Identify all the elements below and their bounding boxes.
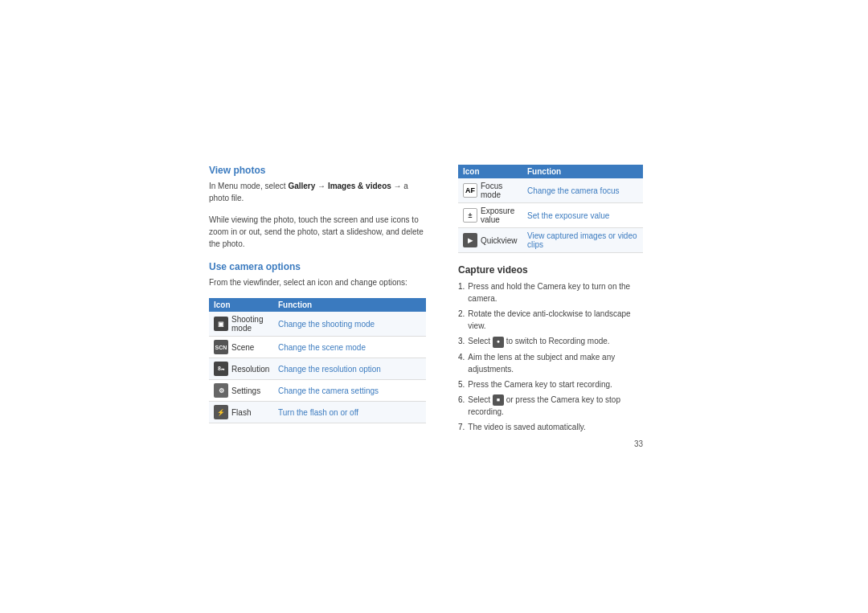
func-cell-flash: Turn the flash on or off: [273, 405, 426, 420]
icon-cell-af: AF Focus mode: [458, 178, 522, 202]
flash-label: Flash: [231, 408, 251, 417]
scene-label: Scene: [231, 343, 254, 352]
capture-videos-section: Capture videos Press and hold the Camera…: [458, 264, 643, 448]
use-camera-body: From the viewfinder, select an icon and …: [209, 276, 426, 288]
camera-options-table: Icon Function ▣ Shooting mode Change the…: [209, 298, 426, 423]
view-photos-section: View photos In Menu mode, select Gallery…: [209, 165, 426, 250]
resolution-icon: 8ₘ: [214, 362, 228, 376]
icon-cell-settings: ⚙ Settings: [209, 380, 273, 401]
list-item: Rotate the device anti-clockwise to land…: [458, 308, 643, 332]
af-label: Focus mode: [481, 182, 518, 199]
right-header-function-col: Function: [522, 165, 643, 178]
step-text: Select ● to switch to Recording mode.: [468, 335, 609, 347]
table-row: ⚡ Flash Turn the flash on or off: [209, 402, 426, 423]
icon-cell-flash: ⚡ Flash: [209, 402, 273, 423]
icon-cell-scene: SCN Scene: [209, 337, 273, 358]
page-content: View photos In Menu mode, select Gallery…: [209, 165, 659, 448]
settings-label: Settings: [231, 386, 260, 395]
capture-videos-title: Capture videos: [458, 264, 643, 276]
list-item: Select ■ or press the Camera key to stop…: [458, 394, 643, 418]
list-item: Press the Camera key to start recording.: [458, 378, 643, 390]
table-row: ▣ Shooting mode Change the shooting mode: [209, 312, 426, 337]
header-icon-col: Icon: [209, 298, 273, 312]
header-function-col: Function: [273, 298, 426, 312]
list-item: The video is saved automatically.: [458, 421, 643, 433]
step-text: Rotate the device anti-clockwise to land…: [468, 308, 643, 332]
table-row: SCN Scene Change the scene mode: [209, 337, 426, 358]
table-row: AF Focus mode Change the camera focus: [458, 178, 643, 203]
table-row: 8ₘ Resolution Change the resolution opti…: [209, 358, 426, 380]
recording-icon: ●: [493, 337, 504, 348]
scene-icon: SCN: [214, 340, 228, 354]
view-photos-body1: In Menu mode, select Gallery → Images & …: [209, 180, 426, 204]
step-text: Aim the lens at the subject and make any…: [468, 351, 643, 375]
func-cell-shooting: Change the shooting mode: [273, 317, 426, 332]
shooting-mode-icon: ▣: [214, 317, 228, 331]
view-photos-body2: While viewing the photo, touch the scree…: [209, 214, 426, 250]
table-row: ▶ Quickview View captured images or vide…: [458, 228, 643, 253]
shooting-mode-label: Shooting mode: [231, 315, 268, 333]
func-cell-settings: Change the camera settings: [273, 383, 426, 398]
table-row: ⚙ Settings Change the camera settings: [209, 380, 426, 402]
right-table-header: Icon Function: [458, 165, 643, 178]
view-photos-title: View photos: [209, 165, 426, 176]
af-icon: AF: [463, 183, 477, 198]
right-header-icon-col: Icon: [458, 165, 522, 178]
func-cell-quickview: View captured images or video clips: [522, 228, 643, 252]
list-item: Select ● to switch to Recording mode.: [458, 335, 643, 347]
icon-cell-exposure: ± Exposure value: [458, 203, 522, 227]
icon-cell-resolution: 8ₘ Resolution: [209, 358, 273, 379]
step-text: Select ■ or press the Camera key to stop…: [468, 394, 643, 418]
page-number: 33: [458, 439, 643, 448]
right-column: Icon Function AF Focus mode Change the c…: [458, 165, 643, 448]
func-cell-af: Change the camera focus: [522, 183, 643, 198]
list-item: Press and hold the Camera key to turn on…: [458, 280, 643, 304]
use-camera-title: Use camera options: [209, 261, 426, 272]
left-column: View photos In Menu mode, select Gallery…: [209, 165, 426, 423]
exposure-icon: ±: [463, 208, 477, 223]
step-text: Press the Camera key to start recording.: [468, 378, 612, 390]
table-header-row: Icon Function: [209, 298, 426, 312]
func-cell-resolution: Change the resolution option: [273, 362, 426, 377]
capture-steps-list: Press and hold the Camera key to turn on…: [458, 280, 643, 433]
list-item: Aim the lens at the subject and make any…: [458, 351, 643, 375]
settings-icon: ⚙: [214, 383, 228, 398]
step-text: The video is saved automatically.: [468, 421, 586, 433]
quickview-label: Quickview: [481, 236, 518, 245]
icon-cell-shooting: ▣ Shooting mode: [209, 312, 273, 336]
func-cell-scene: Change the scene mode: [273, 340, 426, 355]
use-camera-section: Use camera options From the viewfinder, …: [209, 261, 426, 423]
camera-right-table: Icon Function AF Focus mode Change the c…: [458, 165, 643, 253]
resolution-label: Resolution: [231, 365, 269, 374]
exposure-label: Exposure value: [481, 206, 518, 224]
func-cell-exposure: Set the exposure value: [522, 208, 643, 223]
flash-icon: ⚡: [214, 405, 228, 419]
step-text: Press and hold the Camera key to turn on…: [468, 280, 643, 304]
table-row: ± Exposure value Set the exposure value: [458, 203, 643, 228]
icon-cell-quickview: ▶ Quickview: [458, 230, 522, 251]
quickview-icon: ▶: [463, 233, 477, 247]
stop-icon: ■: [493, 394, 504, 406]
